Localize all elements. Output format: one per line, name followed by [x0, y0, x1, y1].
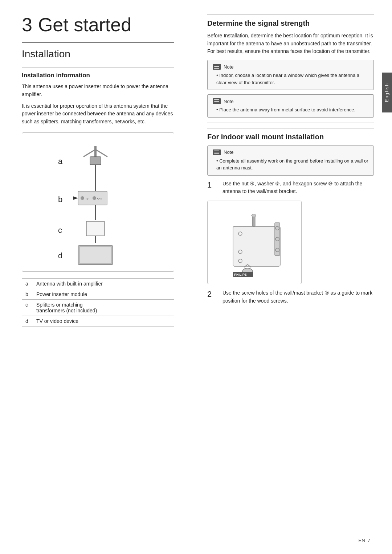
component-table: a Antenna with built-in amplifier b Powe…: [22, 278, 174, 327]
note-icon-line: [214, 152, 219, 152]
note-box-2: Note Place the antenna away from metal s…: [207, 94, 374, 118]
svg-rect-4: [90, 157, 101, 165]
note-icon-1: [213, 64, 221, 70]
divider: [207, 123, 374, 123]
component-label-a: a: [22, 278, 33, 289]
component-desc-a: Antenna with built-in amplifier: [33, 278, 174, 289]
note-icon-line: [214, 66, 219, 67]
note-icon-line: [214, 153, 219, 154]
footer-page: 7: [368, 538, 370, 543]
svg-text:d: d: [58, 251, 62, 260]
left-column: 3Get started Installation Installation i…: [22, 15, 189, 539]
right-col-inner: Determine the signal strength Before Ins…: [196, 15, 374, 305]
installation-para1: This antenna uses a power inserter modul…: [22, 83, 174, 98]
svg-marker-12: [73, 196, 78, 200]
note-text-wall: Complete all assembly work on the ground…: [213, 157, 368, 172]
note-box-wall: Note Complete all assembly work on the g…: [207, 145, 374, 176]
signal-strength-heading: Determine the signal strength: [207, 15, 374, 28]
installation-info-heading: Installation information: [22, 67, 174, 79]
footer-en: EN: [358, 538, 365, 543]
step-2: 2 Use the screw holes of the wall/mast b…: [207, 289, 374, 305]
installation-para2: It is essential for proper operation of …: [22, 102, 174, 126]
wallmount-svg: PHILIPS: [211, 205, 298, 281]
svg-point-26: [252, 214, 256, 217]
svg-text:c: c: [58, 226, 62, 235]
language-tab: English: [382, 73, 392, 112]
note-header-wall: Note: [213, 149, 368, 155]
note-text-1: Indoor, choose a location near a window …: [213, 72, 368, 86]
note-icon-line: [214, 99, 219, 100]
table-row: d TV or video device: [22, 316, 174, 326]
section-heading: Installation: [22, 42, 174, 60]
language-label: English: [384, 83, 389, 102]
note-icon-line: [214, 68, 219, 69]
component-desc-d: TV or video device: [33, 316, 174, 326]
note-text-2: Place the antenna away from metal surfac…: [213, 106, 368, 114]
page-footer: EN 7: [358, 538, 370, 543]
component-label-b: b: [22, 289, 33, 299]
installation-diagram: a b: [51, 139, 145, 266]
note-icon-line: [214, 151, 219, 151]
note-label-2: Note: [224, 99, 233, 104]
svg-text:a: a: [58, 157, 63, 166]
note-icon-line: [214, 65, 219, 65]
page: English 3Get started Installation Instal…: [0, 0, 392, 554]
wallmount-diagram: PHILIPS: [207, 201, 302, 284]
svg-line-2: [83, 149, 95, 157]
note-icon-line: [214, 103, 219, 103]
step-1: 1 Use the nut ④, washer ⑨, and hexagon s…: [207, 180, 374, 196]
note-header-2: Note: [213, 98, 368, 104]
svg-text:TV: TV: [85, 197, 89, 200]
table-row: c Splitters or matchingtransformers (not…: [22, 299, 174, 316]
svg-text:ANT: ANT: [97, 197, 102, 200]
note-icon-wall: [213, 149, 221, 155]
note-header-1: Note: [213, 64, 368, 70]
svg-point-8: [81, 196, 84, 200]
note-icon-line: [214, 101, 219, 101]
svg-text:b: b: [58, 195, 62, 204]
svg-rect-16: [86, 221, 105, 236]
component-label-d: d: [22, 316, 33, 326]
table-row: b Power inserter module: [22, 289, 174, 299]
component-label-c: c: [22, 299, 33, 316]
chapter-title: Get started: [38, 14, 131, 35]
component-desc-c: Splitters or matchingtransformers (not i…: [33, 299, 174, 316]
chapter-heading: 3Get started: [22, 15, 174, 35]
note-icon-2: [213, 98, 221, 104]
diagram-box: a b: [22, 132, 174, 272]
wall-mount-heading: For indoor wall mount installation: [207, 128, 374, 141]
step-2-number: 2: [207, 289, 218, 300]
signal-strength-body: Before Installation, determine the best …: [207, 32, 374, 56]
note-label-wall: Note: [224, 149, 233, 155]
svg-point-10: [93, 196, 96, 200]
step-1-text: Use the nut ④, washer ⑨, and hexagon scr…: [222, 180, 374, 196]
right-column: Determine the signal strength Before Ins…: [189, 15, 374, 539]
note-box-1: Note Indoor, choose a location near a wi…: [207, 60, 374, 90]
svg-rect-20: [80, 247, 111, 263]
svg-rect-1: [94, 146, 97, 157]
svg-line-3: [95, 149, 107, 157]
note-label-1: Note: [224, 64, 233, 70]
component-desc-b: Power inserter module: [33, 289, 174, 299]
chapter-number: 3: [22, 14, 32, 35]
step-2-text: Use the screw holes of the wall/mast bra…: [222, 289, 374, 305]
table-row: a Antenna with built-in amplifier: [22, 278, 174, 289]
main-content: 3Get started Installation Installation i…: [0, 0, 392, 554]
step-1-number: 1: [207, 180, 218, 190]
svg-rect-21: [233, 226, 280, 266]
svg-text:PHILIPS: PHILIPS: [234, 273, 247, 276]
